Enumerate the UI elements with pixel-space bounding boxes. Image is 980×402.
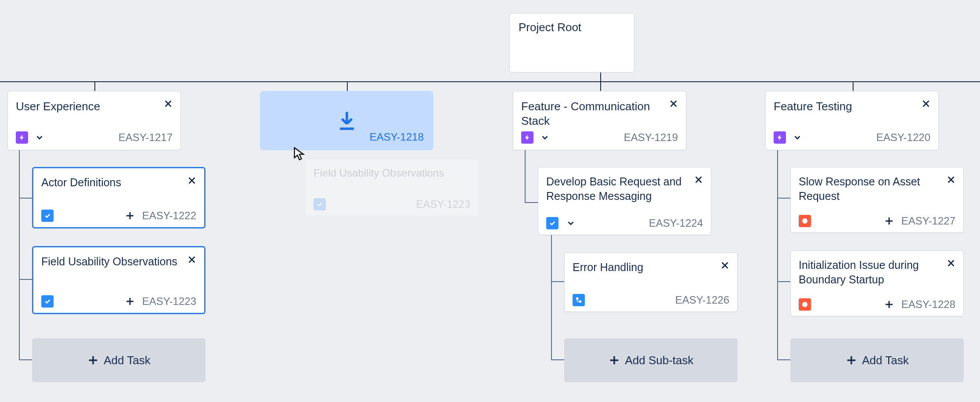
add-subtask-button[interactable] bbox=[883, 298, 895, 311]
expand-toggle[interactable] bbox=[539, 131, 551, 144]
task-id: EASY-1224 bbox=[649, 217, 703, 229]
epic-title: Feature Testing bbox=[774, 99, 930, 114]
bug-icon bbox=[799, 215, 811, 227]
plus-icon bbox=[608, 354, 620, 366]
task-id: EASY-1226 bbox=[675, 294, 729, 306]
close-icon bbox=[669, 99, 678, 109]
add-task-button[interactable]: Add Task bbox=[32, 338, 205, 382]
plus-icon bbox=[87, 354, 99, 366]
task-icon bbox=[41, 295, 54, 308]
bug-icon bbox=[799, 298, 811, 311]
add-task-button[interactable]: Add Task bbox=[790, 338, 964, 382]
task-icon bbox=[41, 210, 54, 222]
svg-rect-1 bbox=[579, 301, 581, 303]
task-develop-request-response[interactable]: Develop Basic Request and Response Messa… bbox=[538, 167, 711, 235]
task-title: Error Handling bbox=[573, 260, 729, 275]
epic-title: Feature - Communication Stack bbox=[521, 99, 678, 128]
epic-communication-stack[interactable]: Feature - Communication Stack EASY-1219 bbox=[513, 91, 686, 150]
epic-id: EASY-1220 bbox=[876, 131, 930, 144]
task-field-usability-observations[interactable]: Field Usability Observations EASY-1223 bbox=[32, 246, 205, 314]
plus-icon bbox=[845, 354, 858, 366]
close-icon bbox=[187, 255, 197, 264]
task-title: Develop Basic Request and Response Messa… bbox=[546, 174, 703, 203]
epic-user-experience[interactable]: User Experience EASY-1217 bbox=[7, 91, 181, 150]
add-subtask-label: Add Sub-task bbox=[625, 354, 693, 367]
task-title: Field Usability Observations bbox=[41, 254, 196, 269]
delete-button[interactable] bbox=[162, 98, 174, 110]
root-card[interactable]: Project Root bbox=[509, 13, 634, 72]
close-icon bbox=[921, 99, 931, 109]
delete-button[interactable] bbox=[186, 174, 198, 187]
bug-slow-response[interactable]: Slow Response on Asset Request EASY-1227 bbox=[790, 167, 964, 233]
epic-icon bbox=[521, 131, 533, 144]
expand-toggle[interactable] bbox=[33, 131, 46, 144]
chevron-down-icon bbox=[566, 218, 576, 228]
delete-button[interactable] bbox=[945, 174, 957, 186]
task-title: Actor Definitions bbox=[41, 175, 196, 190]
close-icon bbox=[720, 261, 730, 270]
delete-button[interactable] bbox=[719, 259, 731, 272]
task-icon bbox=[313, 198, 326, 210]
delete-button[interactable] bbox=[920, 98, 932, 110]
add-subtask-button[interactable]: Add Sub-task bbox=[564, 338, 738, 382]
close-icon bbox=[694, 175, 703, 185]
epic-id: EASY-1219 bbox=[624, 131, 678, 144]
plus-icon bbox=[125, 210, 135, 221]
plus-icon bbox=[884, 216, 894, 226]
download-icon bbox=[335, 109, 359, 133]
epic-id: EASY-1217 bbox=[119, 131, 173, 144]
subtask-icon bbox=[573, 294, 585, 306]
add-subtask-button[interactable] bbox=[124, 295, 136, 308]
plus-icon bbox=[884, 299, 894, 310]
task-id: EASY-1223 bbox=[416, 198, 470, 210]
close-icon bbox=[163, 99, 173, 109]
expand-toggle[interactable] bbox=[791, 131, 803, 144]
close-icon bbox=[946, 175, 956, 185]
delete-button[interactable] bbox=[945, 257, 957, 269]
task-id: EASY-1222 bbox=[142, 210, 196, 222]
task-id: EASY-1228 bbox=[901, 298, 955, 311]
add-subtask-button[interactable] bbox=[883, 215, 895, 227]
task-title: Initialization Issue during Boundary Sta… bbox=[799, 258, 955, 286]
epic-icon bbox=[16, 131, 28, 144]
epic-id: EASY-1218 bbox=[370, 131, 424, 143]
subtask-error-handling[interactable]: Error Handling EASY-1226 bbox=[564, 253, 738, 312]
task-title: Slow Response on Asset Request bbox=[799, 174, 955, 203]
epic-dropzone[interactable]: EASY-1218 bbox=[260, 91, 433, 150]
close-icon bbox=[946, 258, 956, 268]
chevron-down-icon bbox=[35, 133, 44, 142]
chevron-down-icon bbox=[793, 133, 802, 142]
dragging-task-ghost: Field Usability Observations EASY-1223 bbox=[305, 159, 479, 216]
delete-button[interactable] bbox=[186, 254, 198, 266]
task-icon bbox=[546, 217, 558, 229]
epic-title: User Experience bbox=[16, 99, 173, 114]
delete-button[interactable] bbox=[692, 174, 705, 186]
task-id: EASY-1223 bbox=[142, 295, 196, 308]
chevron-down-icon bbox=[540, 133, 550, 142]
root-title: Project Root bbox=[519, 21, 625, 34]
task-title: Field Usability Observations bbox=[313, 167, 470, 180]
close-icon bbox=[187, 176, 197, 185]
add-task-label: Add Task bbox=[104, 354, 150, 367]
bug-initialization-issue[interactable]: Initialization Issue during Boundary Sta… bbox=[790, 250, 964, 316]
plus-icon bbox=[125, 296, 135, 307]
task-actor-definitions[interactable]: Actor Definitions EASY-1222 bbox=[32, 167, 205, 228]
task-id: EASY-1227 bbox=[901, 215, 955, 227]
epic-icon bbox=[774, 131, 786, 144]
add-task-label: Add Task bbox=[862, 354, 908, 367]
svg-rect-0 bbox=[576, 297, 578, 300]
expand-toggle[interactable] bbox=[565, 217, 577, 229]
add-subtask-button[interactable] bbox=[124, 210, 136, 222]
delete-button[interactable] bbox=[667, 98, 680, 110]
epic-feature-testing[interactable]: Feature Testing EASY-1220 bbox=[765, 91, 939, 150]
